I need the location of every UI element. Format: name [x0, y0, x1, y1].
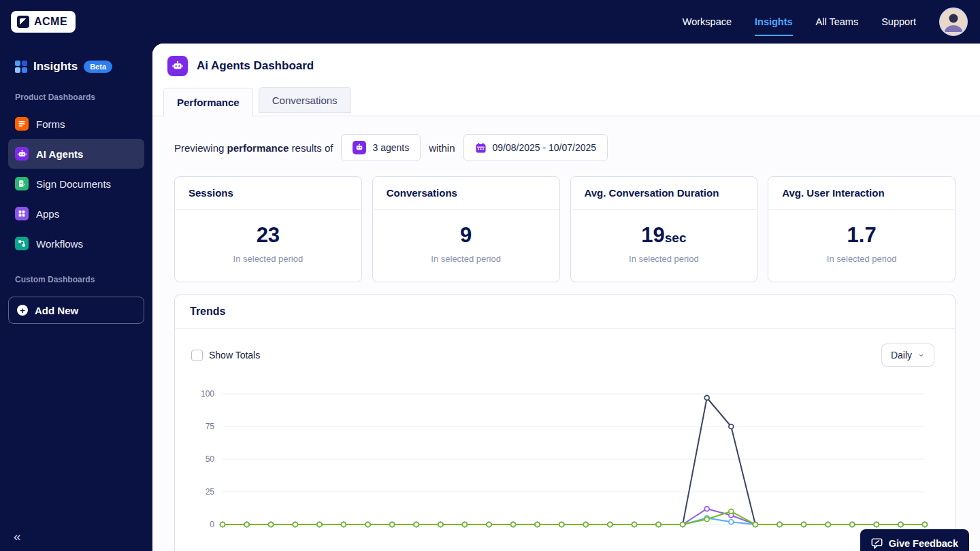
feedback-icon — [871, 537, 883, 549]
top-navigation: Workspace Insights All Teams Support — [683, 7, 968, 36]
within-text: within — [429, 142, 455, 154]
svg-text:75: 75 — [206, 422, 215, 431]
insights-icon — [15, 61, 27, 73]
agent-icon — [353, 141, 366, 154]
stat-value: 1.7 — [847, 223, 877, 247]
nav-support[interactable]: Support — [881, 16, 916, 27]
avatar[interactable] — [939, 7, 968, 36]
stat-cards: Sessions 23 In selected period Conversat… — [174, 176, 956, 282]
stat-title: Avg. Conversation Duration — [571, 177, 757, 210]
filter-text: Previewing performance results of — [174, 142, 333, 154]
acme-logo[interactable]: ACME — [11, 11, 76, 33]
trends-chart: 1007550250 — [186, 383, 934, 546]
acme-logo-icon — [17, 16, 29, 28]
add-new-button[interactable]: + Add New — [8, 297, 144, 324]
topbar: ACME Workspace Insights All Teams Suppor… — [0, 0, 980, 44]
apps-icon — [15, 207, 29, 220]
beta-badge: Beta — [84, 61, 112, 73]
stat-caption: In selected period — [768, 254, 955, 264]
stat-value: 9 — [460, 223, 472, 247]
ai-agents-icon — [15, 147, 29, 161]
stat-card-avg-user-interaction: Avg. User Interaction 1.7 In selected pe… — [768, 176, 956, 282]
nav-all-teams[interactable]: All Teams — [816, 16, 859, 27]
stat-caption: In selected period — [175, 254, 361, 264]
workflows-icon — [15, 237, 29, 250]
show-totals-control: Show Totals — [191, 350, 260, 361]
nav-workspace[interactable]: Workspace — [683, 16, 732, 27]
sidebar-item-ai-agents[interactable]: AI Agents — [8, 139, 144, 169]
sidebar-item-apps[interactable]: Apps — [8, 199, 144, 229]
stat-title: Conversations — [373, 177, 559, 210]
stat-card-avg-conversation-duration: Avg. Conversation Duration 19sec In sele… — [570, 176, 758, 282]
dashboard-panel: Ai Agents Dashboard Performance Conversa… — [152, 44, 980, 551]
stat-unit: sec — [665, 231, 687, 245]
interval-select-value: Daily — [891, 350, 912, 361]
stat-value: 19 — [641, 223, 664, 247]
stat-card-conversations: Conversations 9 In selected period — [372, 176, 560, 282]
give-feedback-button[interactable]: Give Feedback — [860, 529, 969, 551]
feedback-label: Give Feedback — [889, 538, 958, 549]
sidebar-item-label: Sign Documents — [36, 178, 111, 190]
main-area: Ai Agents Dashboard Performance Conversa… — [152, 44, 980, 551]
sidebar-item-workflows[interactable]: Workflows — [8, 229, 144, 258]
sidebar-insights-header: Insights Beta — [8, 57, 144, 86]
tabs: Performance Conversations — [152, 87, 980, 116]
page-title: Ai Agents Dashboard — [197, 59, 314, 73]
sidebar-item-label: AI Agents — [36, 148, 83, 160]
add-new-label: Add New — [35, 305, 78, 316]
collapse-sidebar-icon[interactable] — [14, 529, 21, 544]
date-range-value: 09/08/2025 - 10/07/2025 — [493, 142, 597, 153]
calendar-icon — [475, 142, 487, 154]
sidebar-item-label: Apps — [36, 208, 59, 220]
interval-select[interactable]: Daily — [881, 344, 934, 367]
agents-select-value: 3 agents — [372, 142, 409, 153]
filter-bar: Previewing performance results of 3 agen… — [174, 134, 956, 161]
avatar-person-icon — [941, 9, 966, 35]
sidebar: Insights Beta Product Dashboards Forms A… — [0, 44, 152, 551]
sidebar-item-label: Workflows — [36, 238, 83, 250]
acme-logo-text: ACME — [34, 16, 67, 28]
stat-title: Sessions — [175, 177, 361, 210]
sign-documents-icon — [15, 177, 29, 190]
svg-text:100: 100 — [201, 389, 214, 399]
svg-text:25: 25 — [206, 487, 215, 497]
trends-title: Trends — [175, 295, 955, 329]
svg-text:50: 50 — [206, 454, 215, 464]
agents-select[interactable]: 3 agents — [341, 134, 421, 161]
date-range-select[interactable]: 09/08/2025 - 10/07/2025 — [463, 134, 608, 161]
sidebar-title: Insights — [33, 60, 78, 73]
trends-card: Trends Show Totals Daily 1007550250 — [174, 295, 956, 551]
stat-caption: In selected period — [571, 254, 757, 264]
svg-text:0: 0 — [210, 520, 214, 529]
product-dashboards-label: Product Dashboards — [8, 86, 144, 109]
plus-icon: + — [17, 305, 28, 316]
tab-performance[interactable]: Performance — [163, 88, 253, 116]
custom-dashboards-label: Custom Dashboards — [8, 268, 144, 291]
panel-body: Previewing performance results of 3 agen… — [152, 116, 980, 551]
show-totals-label: Show Totals — [209, 350, 260, 361]
sidebar-item-sign-documents[interactable]: Sign Documents — [8, 169, 144, 199]
stat-title: Avg. User Interaction — [768, 177, 955, 210]
sidebar-item-forms[interactable]: Forms — [8, 109, 144, 139]
panel-header: Ai Agents Dashboard Performance Conversa… — [152, 44, 980, 116]
forms-icon — [15, 117, 29, 131]
show-totals-checkbox[interactable] — [191, 350, 203, 361]
stat-caption: In selected period — [373, 254, 559, 264]
sidebar-item-label: Forms — [36, 118, 65, 130]
stat-card-sessions: Sessions 23 In selected period — [174, 176, 362, 282]
tab-conversations[interactable]: Conversations — [259, 87, 351, 113]
stat-value: 23 — [257, 223, 280, 247]
nav-insights[interactable]: Insights — [755, 16, 793, 27]
ai-agents-dashboard-icon — [167, 56, 188, 76]
